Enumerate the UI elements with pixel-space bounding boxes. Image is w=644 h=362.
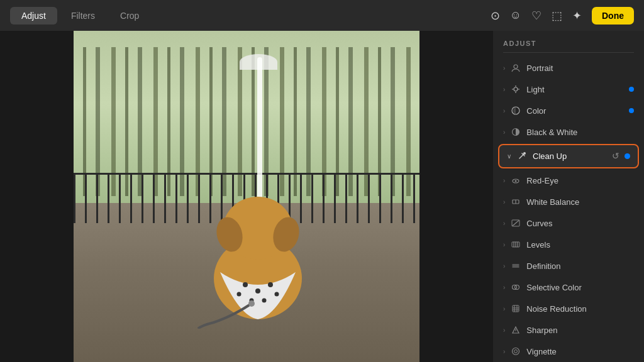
- cleanup-label: Clean Up: [533, 151, 612, 161]
- bw-icon: [510, 126, 521, 138]
- photo-area: [0, 31, 493, 362]
- chevron-icon-noise: ›: [503, 305, 505, 312]
- chevron-icon-definition: ›: [503, 263, 505, 270]
- main-content: ADJUST › Portrait ›: [0, 31, 644, 362]
- adjust-item-portrait[interactable]: › Portrait: [493, 57, 644, 79]
- selective-icon: [510, 282, 521, 293]
- cleanup-section: ∨ Clean Up ↺: [498, 144, 639, 168]
- chevron-icon-light: ›: [503, 86, 505, 93]
- cleanup-actions: ↺: [612, 151, 630, 161]
- adjust-label-color: Color: [526, 106, 629, 116]
- panel-title: ADJUST: [493, 31, 644, 52]
- photo-container: [74, 31, 419, 362]
- share-icon[interactable]: ⊙: [491, 9, 500, 23]
- chevron-icon-redeye: ›: [503, 177, 505, 184]
- sharpen-icon: [510, 324, 521, 336]
- heart-icon[interactable]: ♡: [531, 9, 541, 23]
- toolbar-right: ⊙ ☺ ♡ ⬚ ✦ Done: [491, 7, 634, 25]
- adjust-label-light: Light: [526, 85, 629, 94]
- adjust-label-portrait: Portrait: [526, 63, 634, 73]
- light-icon: [510, 84, 521, 95]
- magic-icon[interactable]: ✦: [572, 9, 582, 23]
- adjust-item-color[interactable]: › Color: [493, 100, 644, 121]
- right-panel: ADJUST › Portrait ›: [493, 31, 644, 362]
- svg-point-7: [236, 292, 241, 297]
- svg-point-10: [274, 292, 279, 297]
- adjust-label-selective: Selective Color: [526, 283, 634, 292]
- cleanup-reset-icon[interactable]: ↺: [612, 151, 619, 161]
- cleanup-active-dot: [625, 153, 630, 159]
- light-active-dot: [629, 87, 634, 92]
- svg-point-9: [262, 299, 266, 303]
- cleanup-header[interactable]: ∨ Clean Up ↺: [499, 145, 638, 167]
- dog-scene: [74, 31, 419, 362]
- adjust-label-curves: Curves: [526, 219, 634, 228]
- adjust-label-sharpen: Sharpen: [526, 326, 634, 335]
- chevron-icon-color: ›: [503, 107, 505, 114]
- chevron-icon-curves: ›: [503, 220, 505, 227]
- adjust-item-bw[interactable]: › Black & White: [493, 121, 644, 143]
- cleanup-sub: Size 91.24: [499, 167, 638, 168]
- color-icon: [510, 105, 521, 116]
- svg-point-5: [255, 288, 260, 293]
- frame-icon[interactable]: ⬚: [552, 9, 562, 23]
- adjust-label-wb: White Balance: [526, 197, 634, 207]
- chevron-icon-selective: ›: [503, 284, 505, 291]
- svg-point-13: [514, 87, 518, 91]
- cleanup-icon: [516, 150, 528, 162]
- svg-point-12: [514, 65, 518, 69]
- definition-icon: [510, 260, 521, 272]
- tab-crop[interactable]: Crop: [109, 7, 150, 25]
- noise-icon: [510, 303, 521, 314]
- adjust-item-levels[interactable]: › Levels: [493, 234, 644, 255]
- svg-point-11: [248, 300, 255, 307]
- tab-adjust[interactable]: Adjust: [10, 7, 57, 25]
- chevron-icon-wb: ›: [503, 199, 505, 206]
- chevron-icon-levels: ›: [503, 241, 505, 248]
- adjust-label-redeye: Red-Eye: [526, 176, 634, 185]
- chevron-icon-vignette: ›: [503, 348, 505, 355]
- adjust-label-noise: Noise Reduction: [526, 304, 634, 314]
- adjust-item-redeye[interactable]: › Red-Eye: [493, 170, 644, 191]
- tab-filters[interactable]: Filters: [60, 7, 106, 25]
- portrait-icon: [510, 62, 521, 74]
- done-button[interactable]: Done: [592, 7, 634, 25]
- adjust-label-vignette: Vignette: [526, 347, 634, 356]
- svg-point-6: [268, 282, 273, 287]
- adjust-label-bw: Black & White: [526, 128, 634, 137]
- svg-point-39: [514, 350, 518, 353]
- adjust-item-definition[interactable]: › Definition: [493, 255, 644, 277]
- wb-icon: [510, 196, 521, 207]
- adjust-item-selective[interactable]: › Selective Color: [493, 277, 644, 298]
- svg-point-38: [513, 348, 519, 355]
- chevron-icon-sharpen: ›: [503, 327, 505, 334]
- toolbar: Adjust Filters Crop ⊙ ☺ ♡ ⬚ ✦ Done: [0, 0, 644, 31]
- adjust-item-sharpen[interactable]: › Sharpen: [493, 319, 644, 341]
- svg-point-4: [243, 282, 248, 287]
- toolbar-tabs: Adjust Filters Crop: [10, 7, 150, 25]
- adjust-item-noise[interactable]: › Noise Reduction: [493, 298, 644, 319]
- adjust-item-wb[interactable]: › White Balance: [493, 191, 644, 212]
- color-active-dot: [629, 108, 634, 113]
- dog-image: [195, 153, 321, 329]
- adjust-item-vignette[interactable]: › Vignette: [493, 341, 644, 362]
- adjust-label-definition: Definition: [526, 261, 634, 271]
- adjust-label-levels: Levels: [526, 240, 634, 250]
- chevron-icon-portrait: ›: [503, 65, 505, 72]
- emoji-icon[interactable]: ☺: [510, 9, 521, 22]
- curves-icon: [510, 217, 521, 229]
- chevron-icon-bw: ›: [503, 129, 505, 136]
- svg-point-19: [523, 152, 526, 155]
- redeye-icon: [510, 175, 521, 186]
- svg-rect-31: [513, 305, 519, 312]
- svg-point-21: [515, 180, 517, 182]
- adjust-item-curves[interactable]: › Curves: [493, 212, 644, 234]
- levels-icon: [510, 239, 521, 250]
- vignette-icon: [510, 346, 521, 357]
- chevron-down-icon: ∨: [507, 153, 511, 160]
- adjust-item-light[interactable]: › Light: [493, 79, 644, 100]
